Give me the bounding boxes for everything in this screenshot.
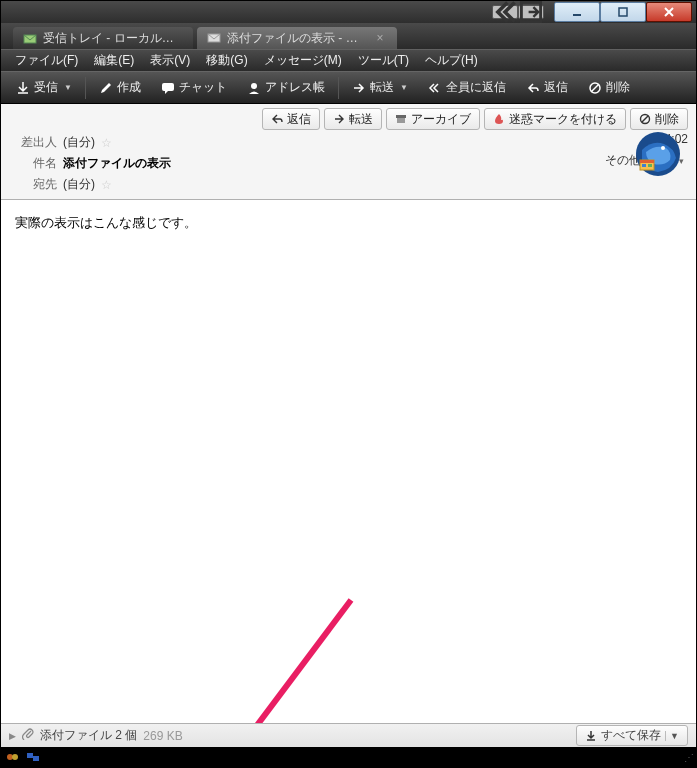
chat-button[interactable]: チャット <box>152 75 236 100</box>
attachment-bar: ▶ 添付ファイル 2 個 269 KB すべて保存 ▼ <box>1 723 696 747</box>
from-value[interactable]: (自分) <box>63 134 95 151</box>
main-toolbar: 受信▼ 作成 チャット アドレス帳 転送▼ 全員に返信 返信 削除 <box>1 71 696 104</box>
delete-icon <box>588 81 602 95</box>
menu-message[interactable]: メッセージ(M) <box>258 50 348 71</box>
os-titlebar <box>1 1 696 23</box>
dropdown-icon[interactable]: ▼ <box>665 731 679 741</box>
annotation-arrow <box>111 580 371 723</box>
header-actions: 返信 転送 アーカイブ 迷惑マークを付ける 削除 <box>11 108 688 130</box>
reply-button[interactable]: 返信 <box>517 75 577 100</box>
tab-label: 受信トレイ - ローカルフォ... <box>43 30 183 47</box>
title-button-right[interactable] <box>518 5 544 19</box>
reply-icon <box>526 81 540 95</box>
reply-icon <box>271 113 283 125</box>
svg-rect-16 <box>640 160 654 163</box>
svg-point-21 <box>12 754 18 760</box>
thunderbird-logo-icon <box>634 130 682 178</box>
menu-view[interactable]: 表示(V) <box>144 50 196 71</box>
svg-point-14 <box>661 146 665 150</box>
hdr-delete-button[interactable]: 削除 <box>630 108 688 130</box>
delete-button[interactable]: 削除 <box>579 75 639 100</box>
window-maximize[interactable] <box>600 2 646 22</box>
subject-row: 件名 添付ファイルの表示 <box>11 155 568 172</box>
svg-rect-18 <box>648 164 652 167</box>
to-label: 宛先 <box>11 176 57 193</box>
expand-icon[interactable]: ▶ <box>9 731 16 741</box>
dropdown-icon: ▼ <box>64 83 72 92</box>
flame-icon <box>493 113 505 125</box>
subject-value: 添付ファイルの表示 <box>63 155 171 172</box>
to-row: 宛先 (自分) ☆ <box>11 176 568 193</box>
star-icon[interactable]: ☆ <box>101 178 112 192</box>
attachment-size: 269 KB <box>143 729 182 743</box>
menu-edit[interactable]: 編集(E) <box>88 50 140 71</box>
pencil-icon <box>99 81 113 95</box>
to-value[interactable]: (自分) <box>63 176 95 193</box>
save-icon <box>585 730 597 742</box>
delete-icon <box>639 113 651 125</box>
tab-bar: 受信トレイ - ローカルフォ... 添付ファイルの表示 - 受... × <box>1 23 696 49</box>
menu-file[interactable]: ファイル(F) <box>9 50 84 71</box>
svg-rect-5 <box>162 83 174 91</box>
from-label: 差出人 <box>11 134 57 151</box>
reply-all-icon <box>428 81 442 95</box>
window-close[interactable] <box>646 2 692 22</box>
tab-label: 添付ファイルの表示 - 受... <box>227 30 367 47</box>
svg-rect-9 <box>396 115 406 118</box>
body-text: 実際の表示はこんな感じです。 <box>15 214 682 232</box>
title-button-left[interactable] <box>492 5 518 19</box>
mail-icon <box>207 31 221 45</box>
hdr-forward-button[interactable]: 転送 <box>324 108 382 130</box>
svg-line-12 <box>642 116 648 122</box>
chat-icon <box>161 81 175 95</box>
svg-rect-23 <box>33 756 39 761</box>
window-controls <box>554 2 692 22</box>
reply-all-button[interactable]: 全員に返信 <box>419 75 515 100</box>
menu-help[interactable]: ヘルプ(H) <box>419 50 484 71</box>
resize-grip[interactable]: ⋰ <box>684 752 692 763</box>
hdr-reply-button[interactable]: 返信 <box>262 108 320 130</box>
address-button[interactable]: アドレス帳 <box>238 75 334 100</box>
svg-rect-17 <box>642 164 646 167</box>
receive-button[interactable]: 受信▼ <box>7 75 81 100</box>
star-icon[interactable]: ☆ <box>101 136 112 150</box>
svg-rect-2 <box>619 8 627 16</box>
svg-line-19 <box>141 600 351 723</box>
svg-rect-22 <box>27 753 33 758</box>
hdr-archive-button[interactable]: アーカイブ <box>386 108 480 130</box>
message-body: 実際の表示はこんな感じです。 <box>1 200 696 723</box>
attachment-count[interactable]: 添付ファイル 2 個 <box>40 727 137 744</box>
paperclip-icon <box>22 728 34 743</box>
tab-inbox[interactable]: 受信トレイ - ローカルフォ... <box>13 27 193 49</box>
menu-go[interactable]: 移動(G) <box>200 50 253 71</box>
status-activity-icon[interactable] <box>5 750 21 764</box>
dropdown-icon: ▼ <box>400 83 408 92</box>
arrow-right-icon <box>333 113 345 125</box>
person-icon <box>247 81 261 95</box>
message-header: 返信 転送 アーカイブ 迷惑マークを付ける 削除 差出人 (自分) ☆ 件名 添… <box>1 104 696 200</box>
forward-button[interactable]: 転送▼ <box>343 75 417 100</box>
separator <box>338 77 339 99</box>
save-all-button[interactable]: すべて保存 ▼ <box>576 725 688 746</box>
svg-rect-10 <box>397 118 405 123</box>
tab-message[interactable]: 添付ファイルの表示 - 受... × <box>197 27 397 49</box>
svg-point-6 <box>251 83 257 89</box>
subject-label: 件名 <box>11 155 57 172</box>
download-icon <box>16 81 30 95</box>
separator <box>85 77 86 99</box>
svg-line-8 <box>591 84 599 92</box>
hdr-junk-button[interactable]: 迷惑マークを付ける <box>484 108 626 130</box>
menu-bar: ファイル(F) 編集(E) 表示(V) 移動(G) メッセージ(M) ツール(T… <box>1 49 696 71</box>
compose-button[interactable]: 作成 <box>90 75 150 100</box>
arrow-right-icon <box>352 81 366 95</box>
status-network-icon[interactable] <box>25 750 41 764</box>
tab-close-icon[interactable]: × <box>373 31 387 45</box>
inbox-icon <box>23 31 37 45</box>
status-bar: ⋰ <box>1 747 696 767</box>
from-row: 差出人 (自分) ☆ <box>11 134 568 151</box>
window-minimize[interactable] <box>554 2 600 22</box>
menu-tools[interactable]: ツール(T) <box>352 50 415 71</box>
archive-icon <box>395 113 407 125</box>
title-extra-buttons <box>492 5 544 19</box>
